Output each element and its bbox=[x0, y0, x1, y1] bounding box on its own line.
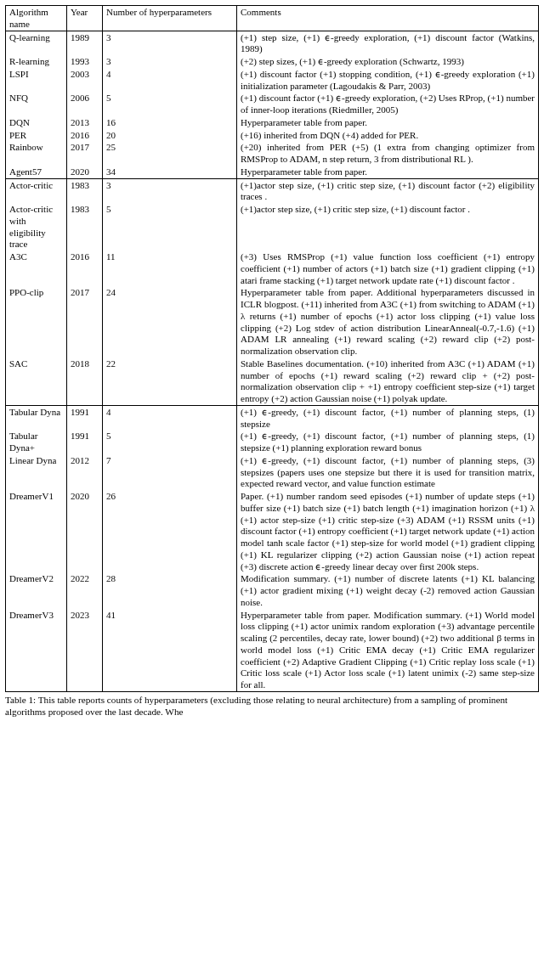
algorithm-comment: (+2) step sizes, (+1) ϵ-greedy explorati… bbox=[237, 55, 539, 68]
algorithm-year: 2018 bbox=[67, 358, 103, 406]
algorithm-name: PER bbox=[6, 129, 67, 142]
algorithm-nhp: 22 bbox=[103, 358, 237, 406]
algorithm-name: SAC bbox=[6, 358, 67, 406]
table-caption: Table 1: This table reports counts of hy… bbox=[5, 692, 544, 718]
algorithm-comment: (+1) step size, (+1) ϵ-greedy exploratio… bbox=[237, 31, 539, 55]
algorithm-comment: Paper. (+1) number random seed episodes … bbox=[237, 490, 539, 572]
algorithm-year: 1993 bbox=[67, 55, 103, 68]
algorithm-name: Agent57 bbox=[6, 166, 67, 178]
algorithm-year: 2006 bbox=[67, 92, 103, 116]
algorithm-year: 2016 bbox=[67, 129, 103, 142]
algorithm-nhp: 41 bbox=[103, 609, 237, 692]
algorithm-nhp: 11 bbox=[103, 251, 237, 286]
algorithm-year: 1983 bbox=[67, 203, 103, 251]
algorithm-nhp: 16 bbox=[103, 116, 237, 129]
algorithm-nhp: 24 bbox=[103, 286, 237, 358]
algorithm-year: 2022 bbox=[67, 572, 103, 608]
algorithm-year: 2003 bbox=[67, 68, 103, 93]
algorithm-name: A3C bbox=[6, 251, 67, 286]
algorithm-nhp: 3 bbox=[103, 178, 237, 203]
algorithm-comment: (+1) ϵ-greedy, (+1) discount factor, (+1… bbox=[237, 430, 539, 454]
algorithm-name: Q-learning bbox=[6, 31, 67, 55]
algorithm-nhp: 7 bbox=[103, 454, 237, 490]
algorithm-nhp: 3 bbox=[103, 55, 237, 68]
algorithm-comment: (+20) inherited from PER (+5) (1 extra f… bbox=[237, 141, 539, 166]
algorithm-name: DreamerV2 bbox=[6, 572, 67, 608]
algorithm-nhp: 28 bbox=[103, 572, 237, 608]
algorithm-comment: (+16) inherited from DQN (+4) added for … bbox=[237, 129, 539, 142]
algorithm-name: DreamerV1 bbox=[6, 490, 67, 572]
algorithm-comment: Hyperparameter table from paper. bbox=[237, 116, 539, 129]
algorithm-name: LSPI bbox=[6, 68, 67, 93]
algorithm-nhp: 20 bbox=[103, 129, 237, 142]
algorithm-year: 2016 bbox=[67, 251, 103, 286]
algorithm-comment: Hyperparameter table from paper. Additio… bbox=[237, 286, 539, 358]
algorithm-year: 2017 bbox=[67, 286, 103, 358]
algorithm-nhp: 34 bbox=[103, 166, 237, 178]
algorithm-year: 2013 bbox=[67, 116, 103, 129]
algorithm-name: Actor-critic bbox=[6, 178, 67, 203]
algorithm-comment: (+1)actor step size, (+1) critic step si… bbox=[237, 203, 539, 251]
header-nhp: Number of hyperparameters bbox=[103, 6, 237, 31]
algorithm-comment: (+1) discount factor (+1) ϵ-greedy explo… bbox=[237, 92, 539, 116]
algorithm-name: R-learning bbox=[6, 55, 67, 68]
algorithm-comment: Hyperparameter table from paper. bbox=[237, 166, 539, 178]
algorithm-year: 1991 bbox=[67, 430, 103, 454]
algorithm-year: 1991 bbox=[67, 405, 103, 430]
algorithm-name: Linear Dyna bbox=[6, 454, 67, 490]
algorithm-comment: (+1) ϵ-greedy, (+1) discount factor, (+1… bbox=[237, 405, 539, 430]
algorithm-nhp: 26 bbox=[103, 490, 237, 572]
algorithm-nhp: 5 bbox=[103, 92, 237, 116]
algorithm-comment: Modification summary. (+1) number of dis… bbox=[237, 572, 539, 608]
algorithm-year: 1983 bbox=[67, 178, 103, 203]
algorithm-name: NFQ bbox=[6, 92, 67, 116]
algorithm-nhp: 4 bbox=[103, 68, 237, 93]
algorithm-nhp: 3 bbox=[103, 31, 237, 55]
algorithm-name: PPO-clip bbox=[6, 286, 67, 358]
algorithm-name: DreamerV3 bbox=[6, 609, 67, 692]
algorithm-year: 2020 bbox=[67, 166, 103, 178]
header-algo: Algorithm name bbox=[6, 6, 67, 31]
algorithm-comment: (+3) Uses RMSProp (+1) value function lo… bbox=[237, 251, 539, 286]
hyperparameters-table: Algorithm nameYearNumber of hyperparamet… bbox=[5, 5, 539, 692]
algorithm-year: 2012 bbox=[67, 454, 103, 490]
algorithm-name: Rainbow bbox=[6, 141, 67, 166]
algorithm-comment: Hyperparameter table from paper. Modific… bbox=[237, 609, 539, 692]
algorithm-name: DQN bbox=[6, 116, 67, 129]
algorithm-name: Tabular Dyna bbox=[6, 405, 67, 430]
header-year: Year bbox=[67, 6, 103, 31]
algorithm-name: Actor-critic with eligibility trace bbox=[6, 203, 67, 251]
algorithm-year: 1989 bbox=[67, 31, 103, 55]
algorithm-nhp: 5 bbox=[103, 430, 237, 454]
algorithm-year: 2020 bbox=[67, 490, 103, 572]
header-comments: Comments bbox=[237, 6, 539, 31]
algorithm-comment: (+1)actor step size, (+1) critic step si… bbox=[237, 178, 539, 203]
algorithm-nhp: 5 bbox=[103, 203, 237, 251]
algorithm-nhp: 25 bbox=[103, 141, 237, 166]
algorithm-year: 2023 bbox=[67, 609, 103, 692]
algorithm-comment: (+1) ϵ-greedy, (+1) discount factor, (+1… bbox=[237, 454, 539, 490]
algorithm-comment: (+1) discount factor (+1) stopping condi… bbox=[237, 68, 539, 93]
algorithm-year: 2017 bbox=[67, 141, 103, 166]
algorithm-nhp: 4 bbox=[103, 405, 237, 430]
algorithm-comment: Stable Baselines documentation. (+10) in… bbox=[237, 358, 539, 406]
algorithm-name: Tabular Dyna+ bbox=[6, 430, 67, 454]
